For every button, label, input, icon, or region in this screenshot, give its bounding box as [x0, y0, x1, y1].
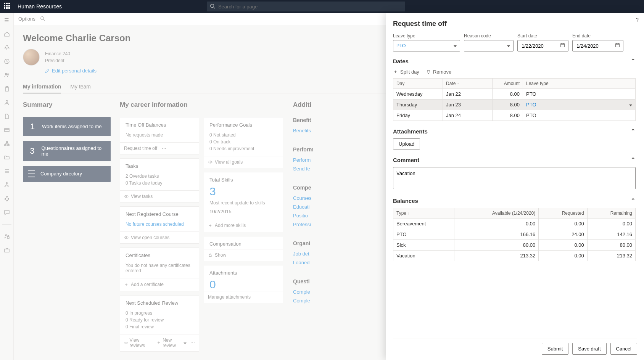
- split-day-button[interactable]: ＋Split day: [393, 68, 419, 75]
- svg-rect-33: [561, 43, 565, 47]
- leave-type-label: Leave type: [393, 33, 460, 39]
- chevron-down-icon[interactable]: [629, 102, 632, 108]
- table-row[interactable]: Thursday Jan 23 8.00 PTO: [393, 100, 636, 110]
- search-input[interactable]: [207, 2, 405, 11]
- col-requested[interactable]: Requested: [539, 208, 587, 219]
- svg-point-0: [211, 4, 214, 8]
- request-time-off-panel: ? Request time off Leave type PTO Reason…: [386, 13, 644, 360]
- col-day[interactable]: Day: [393, 79, 443, 89]
- table-row: Sick80.000.0080.00: [393, 240, 636, 251]
- end-date-label: End date: [572, 33, 623, 39]
- col-available[interactable]: Available (1/24/2020): [454, 208, 539, 219]
- cancel-button[interactable]: Cancel: [610, 343, 637, 355]
- submit-button[interactable]: Submit: [542, 343, 568, 355]
- panel-title: Request time off: [393, 20, 637, 28]
- dates-heading: Dates: [393, 58, 409, 64]
- col-date[interactable]: Date↑: [443, 79, 493, 89]
- comment-heading: Comment: [393, 157, 419, 163]
- collapse-icon[interactable]: ⌃: [631, 156, 636, 163]
- col-remaining[interactable]: Remaining: [587, 208, 635, 219]
- plus-icon: ＋: [393, 68, 398, 75]
- col-type[interactable]: Type↑: [393, 208, 454, 219]
- save-draft-button[interactable]: Save draft: [572, 343, 606, 355]
- start-date-label: Start date: [517, 33, 568, 39]
- app-title: Human Resources: [18, 3, 62, 10]
- reason-code-select[interactable]: [464, 40, 514, 51]
- table-row[interactable]: Friday Jan 24 8.00 PTO: [393, 110, 636, 121]
- svg-rect-37: [616, 43, 620, 47]
- col-amount[interactable]: Amount: [493, 79, 523, 89]
- table-row: Vacation213.320.00213.32: [393, 251, 636, 261]
- leave-type-select[interactable]: PTO: [393, 40, 460, 51]
- col-leave-type[interactable]: Leave type: [523, 79, 582, 89]
- global-search[interactable]: [207, 2, 405, 11]
- attachments-heading: Attachments: [393, 128, 428, 135]
- collapse-icon[interactable]: ⌃: [631, 197, 636, 204]
- remove-button[interactable]: Remove: [426, 68, 451, 75]
- dates-grid: Day Date↑ Amount Leave type Wednesday Ja…: [393, 78, 636, 121]
- app-launcher-icon[interactable]: [4, 3, 11, 10]
- chevron-down-icon: [454, 43, 457, 48]
- chevron-down-icon: [507, 43, 510, 48]
- leave-type-cell[interactable]: PTO: [526, 102, 536, 108]
- start-date-input[interactable]: [517, 40, 568, 51]
- table-row: PTO166.1624.00142.16: [393, 229, 636, 240]
- table-row: Bereavement0.000.000.00: [393, 219, 636, 229]
- balances-grid: Type↑ Available (1/24/2020) Requested Re…: [393, 208, 636, 261]
- svg-line-1: [214, 7, 215, 9]
- topbar: Human Resources: [0, 0, 644, 13]
- table-row[interactable]: Wednesday Jan 22 8.00 PTO: [393, 89, 636, 100]
- collapse-icon[interactable]: ⌃: [631, 128, 636, 135]
- end-date-input[interactable]: [572, 40, 623, 51]
- reason-code-label: Reason code: [464, 33, 514, 39]
- comment-textarea[interactable]: [393, 167, 636, 189]
- upload-button[interactable]: Upload: [393, 138, 420, 149]
- collapse-icon[interactable]: ⌃: [631, 58, 636, 64]
- help-icon[interactable]: ?: [636, 17, 639, 23]
- search-icon: [210, 3, 215, 10]
- calendar-icon[interactable]: [615, 43, 620, 49]
- balances-heading: Balances: [393, 198, 418, 204]
- calendar-icon[interactable]: [560, 43, 565, 49]
